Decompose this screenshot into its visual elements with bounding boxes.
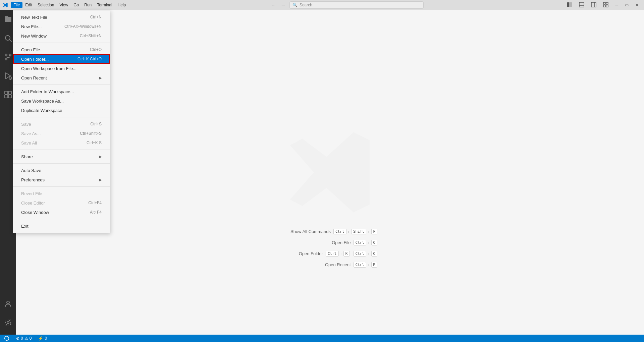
layout-sidebar-button[interactable]: [564, 1, 575, 10]
menu-preferences[interactable]: Preferences ▶: [13, 175, 110, 184]
o-key-2: O: [371, 251, 377, 256]
menu-bar: File Edit Selection View Go Run Terminal…: [11, 2, 128, 8]
notification-count: 0: [45, 336, 47, 341]
file-dropdown-menu: New Text File Ctrl+N New File... Ctrl+Al…: [13, 10, 110, 233]
status-notifications[interactable]: ⚡ 0: [37, 335, 48, 342]
minimize-button[interactable]: ─: [612, 1, 621, 9]
nav-back-button[interactable]: ←: [269, 2, 277, 8]
svg-point-23: [7, 322, 9, 324]
svg-marker-15: [6, 73, 10, 79]
menu-section-workspace: Add Folder to Workspace... Save Workspac…: [13, 86, 110, 116]
svg-point-12: [5, 54, 7, 56]
shortcuts-section: Show All Commands Ctrl + Shift + P Open …: [283, 229, 377, 268]
menu-help[interactable]: Help: [115, 2, 129, 8]
close-button[interactable]: ✕: [633, 1, 641, 9]
menu-terminal[interactable]: Terminal: [94, 2, 115, 8]
menu-divider-1: [13, 43, 110, 43]
menu-save: Save Ctrl+S: [13, 119, 110, 129]
activity-settings-icon[interactable]: [0, 315, 16, 331]
shortcut-open-recent: Open Recent Ctrl + R: [283, 262, 377, 268]
menu-new-text-file[interactable]: New Text File Ctrl+N: [13, 12, 110, 22]
plus-icon-2: +: [368, 230, 370, 234]
svg-rect-8: [603, 5, 605, 7]
error-icon: ⊗: [16, 336, 19, 341]
menu-close-editor: Close Editor Ctrl+F4: [13, 198, 110, 208]
search-bar[interactable]: 🔍 Search: [289, 1, 424, 9]
menu-share[interactable]: Share ▶: [13, 152, 110, 161]
status-remote-icon[interactable]: [3, 335, 11, 342]
svg-rect-0: [567, 2, 569, 7]
menu-section-new: New Text File Ctrl+N New File... Ctrl+Al…: [13, 12, 110, 41]
menu-save-all: Save All Ctrl+K S: [13, 138, 110, 148]
ctrl-key-5: Ctrl: [354, 262, 367, 268]
menu-divider-7: [13, 219, 110, 219]
menu-exit[interactable]: Exit: [13, 221, 110, 231]
menu-auto-save[interactable]: Auto Save: [13, 166, 110, 175]
space-sep: [351, 252, 352, 256]
svg-rect-18: [5, 91, 8, 94]
p-key: P: [371, 229, 377, 234]
menu-new-window[interactable]: New Window Ctrl+Shift+N: [13, 31, 110, 41]
menu-open-workspace-from-file[interactable]: Open Workspace from File...: [13, 64, 110, 73]
editor-area: Show All Commands Ctrl + Shift + P Open …: [16, 10, 644, 335]
menu-close-window[interactable]: Close Window Alt+F4: [13, 208, 110, 217]
layout-panel-button[interactable]: [576, 1, 587, 10]
menu-duplicate-workspace[interactable]: Duplicate Workspace: [13, 106, 110, 115]
menu-save-workspace-as[interactable]: Save Workspace As...: [13, 96, 110, 106]
shortcut-open-folder-label: Open Folder: [283, 251, 323, 256]
svg-line-11: [10, 40, 12, 42]
shortcut-open-file-label: Open File: [311, 240, 351, 245]
shortcut-show-commands-keys: Ctrl + Shift + P: [333, 229, 377, 234]
layout-right-panel-button[interactable]: [588, 1, 599, 10]
svg-rect-4: [591, 2, 596, 7]
menu-open-file[interactable]: Open File... Ctrl+O: [13, 45, 110, 54]
remote-icon: [4, 336, 9, 341]
menu-selection[interactable]: Selection: [35, 2, 57, 8]
plus-icon-4: +: [340, 252, 342, 256]
activity-accounts-icon[interactable]: [0, 296, 16, 312]
menu-add-folder-to-workspace[interactable]: Add Folder to Workspace...: [13, 87, 110, 96]
menu-save-as: Save As... Ctrl+Shift+S: [13, 129, 110, 138]
menu-revert-file: Revert File: [13, 189, 110, 198]
error-count: 0: [21, 336, 23, 341]
menu-section-close: Revert File Close Editor Ctrl+F4 Close W…: [13, 188, 110, 218]
warning-icon: ⚠: [24, 336, 28, 341]
layout-grid-button[interactable]: [600, 1, 611, 10]
shortcut-open-folder: Open Folder Ctrl + K Ctrl + O: [283, 251, 377, 256]
menu-divider-6: [13, 186, 110, 187]
menu-edit[interactable]: Edit: [22, 2, 35, 8]
svg-rect-21: [8, 95, 11, 98]
menu-open-recent[interactable]: Open Recent ▶: [13, 73, 110, 82]
svg-rect-7: [606, 2, 608, 4]
search-icon: 🔍: [292, 3, 298, 7]
menu-divider-4: [13, 150, 110, 150]
status-errors[interactable]: ⊗ 0 ⚠ 0: [15, 335, 33, 342]
maximize-button[interactable]: ▭: [622, 1, 631, 9]
nav-forward-button[interactable]: →: [279, 2, 287, 8]
svg-rect-20: [5, 95, 8, 98]
menu-view[interactable]: View: [57, 2, 71, 8]
search-placeholder: Search: [300, 3, 312, 7]
menu-run[interactable]: Run: [82, 2, 94, 8]
menu-go[interactable]: Go: [71, 2, 82, 8]
shortcut-show-commands: Show All Commands Ctrl + Shift + P: [283, 229, 377, 234]
shift-key: Shift: [351, 229, 366, 234]
plus-icon-6: +: [368, 263, 370, 267]
plus-icon: +: [347, 230, 350, 234]
activity-bar-bottom: [0, 296, 16, 333]
title-bar-left: File Edit Selection View Go Run Terminal…: [3, 2, 128, 8]
ctrl-key: Ctrl: [333, 229, 346, 234]
menu-new-file[interactable]: New File... Ctrl+Alt+Windows+N: [13, 22, 110, 31]
menu-file[interactable]: File: [11, 2, 22, 8]
svg-rect-19: [8, 91, 11, 94]
svg-point-22: [7, 301, 9, 304]
ctrl-key-4: Ctrl: [354, 251, 367, 256]
menu-section-open: Open File... Ctrl+O Open Folder... Ctrl+…: [13, 44, 110, 83]
r-key: R: [371, 262, 377, 268]
menu-open-folder[interactable]: Open Folder... Ctrl+K Ctrl+O: [13, 54, 110, 64]
menu-divider-5: [13, 163, 110, 164]
shortcut-open-file-keys: Ctrl + O: [354, 240, 378, 245]
title-bar: File Edit Selection View Go Run Terminal…: [0, 0, 644, 10]
svg-rect-6: [603, 2, 605, 4]
vscode-watermark-icon: [283, 125, 377, 219]
